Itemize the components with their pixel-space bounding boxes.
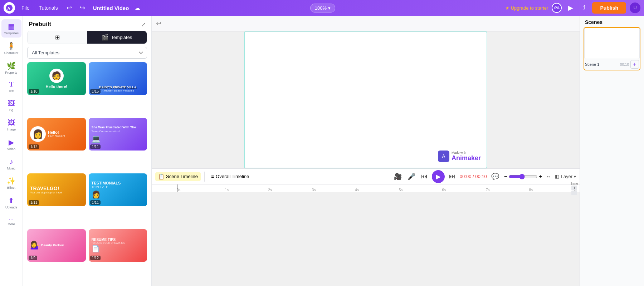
uploads-icon: ⬆ — [8, 196, 14, 205]
sidebar-item-bg[interactable]: 🖼 Bg — [1, 97, 21, 114]
template-card-7[interactable]: 💁‍♀️ Beauty Parlour 1/9 — [27, 229, 86, 262]
time-zoom-plus-btn[interactable]: + — [571, 186, 577, 190]
timeline-skip-fwd-btn[interactable]: ⏭ — [448, 172, 457, 181]
made-with-text: Made with — [452, 151, 481, 154]
effect-icon: ✨ — [7, 177, 16, 185]
character-label: Character — [4, 51, 19, 55]
video-label: Video — [7, 147, 15, 151]
timeline-expand-btn[interactable]: ↔ — [546, 173, 551, 180]
scene-thumb-1 — [584, 28, 640, 59]
ruler-mark-3: 3s — [312, 188, 317, 192]
panel-title: Prebuilt — [29, 21, 51, 28]
cloud-save-icon: ☁ — [135, 5, 140, 11]
timeline-mic-btn[interactable]: 🎤 — [406, 172, 417, 181]
zoom-control[interactable]: 100% ▾ — [310, 4, 335, 13]
template-card-3[interactable]: 👩 Hello! I am Susan! 1/12 — [27, 118, 86, 151]
add-scene-btn[interactable]: + — [630, 60, 639, 69]
template-card-1[interactable]: 🧑 Hello there! 1/10 — [27, 62, 86, 95]
canvas-viewport: A Made with Animaker ‹ — [152, 31, 580, 168]
file-menu-btn[interactable]: File — [19, 4, 33, 12]
time-right-label: Time — [570, 182, 578, 186]
timeline-cursor — [177, 184, 177, 192]
undo-btn[interactable]: ↩ — [64, 3, 74, 13]
time-zoom-minus-btn[interactable]: − — [571, 191, 577, 195]
tab-grid[interactable]: ⊞ — [28, 31, 87, 44]
sidebar-item-property[interactable]: 🌿 Property — [1, 59, 21, 77]
music-label: Music — [7, 167, 16, 171]
template-badge-8: 1/12 — [90, 256, 101, 260]
share-btn[interactable]: ⤴ — [580, 3, 589, 13]
template-badge-7: 1/9 — [29, 256, 37, 260]
template-card-2[interactable]: DAISY'S PRIVATE VILLA A Hidden Beach Par… — [89, 62, 147, 95]
scenes-panel: Scenes Scene 1 00:10 + — [580, 16, 644, 286]
scenes-header: Scenes — [580, 16, 644, 27]
tutorials-btn[interactable]: Tutorials — [36, 4, 61, 12]
ruler-inner: 0s 1s 2s 3s 4s 5s 6s 7s 8s 9s 10s — [177, 184, 580, 192]
tab-templates[interactable]: 🎬 Templates — [87, 31, 147, 44]
canvas-undo-btn[interactable]: ↩ — [156, 20, 161, 28]
panel-tabs: ⊞ 🎬 Templates — [27, 31, 147, 44]
layer-label: Layer — [561, 174, 572, 179]
overall-timeline-tab[interactable]: ≡ Overall Timeline — [208, 172, 252, 181]
sidebar-item-more[interactable]: ··· More — [1, 213, 21, 228]
panel-expand-btn[interactable]: ⤢ — [141, 21, 146, 28]
bg-icon: 🖼 — [8, 99, 15, 108]
sidebar-item-text[interactable]: T Text — [1, 78, 21, 95]
template-badge-1: 1/10 — [29, 89, 39, 94]
ruler-mark-5: 5s — [399, 188, 404, 192]
upgrade-btn[interactable]: ★ Upgrade to starter — [505, 5, 548, 11]
video-icon: ▶ — [9, 138, 14, 147]
timeline-controls: 🎥 🎤 ⏮ ▶ ⏭ 00:00 / 00:10 💬 — [392, 170, 501, 183]
timeline-layer-btn[interactable]: ◧ Layer ▾ — [555, 174, 576, 179]
scene-timeline-tab[interactable]: 📋 Scene Timeline — [155, 172, 201, 181]
sidebar-item-templates[interactable]: ▦ Templates — [1, 19, 21, 38]
text-icon: T — [9, 81, 13, 88]
zoom-plus-icon: + — [539, 173, 542, 180]
sidebar-item-effect[interactable]: ✨ Effect — [1, 174, 21, 192]
timeline-camera-btn[interactable]: 🎥 — [392, 172, 403, 181]
property-label: Property — [5, 71, 17, 75]
template-grid: 🧑 Hello there! 1/10 DAISY'S PRIVATE VILL… — [23, 62, 151, 286]
sidebar-item-uploads[interactable]: ⬆ Uploads — [1, 193, 21, 212]
app-logo: A — [4, 2, 15, 14]
redo-btn[interactable]: ↪ — [78, 3, 87, 13]
ruler-mark-4: 4s — [355, 188, 360, 192]
play-header-btn[interactable]: ▶ — [565, 3, 576, 13]
more-icon: ··· — [9, 216, 14, 222]
overall-timeline-label: Overall Timeline — [216, 174, 249, 179]
template-badge-3: 1/12 — [29, 144, 39, 149]
timeline-skip-back-btn[interactable]: ⏮ — [420, 172, 429, 181]
templates-tab-label: Templates — [111, 35, 132, 40]
scene-time-1: 00:10 — [620, 63, 629, 66]
template-filter-dropdown[interactable]: All Templates Business Education Social … — [27, 47, 147, 59]
sidebar-item-video[interactable]: ▶ Video — [1, 135, 21, 153]
timeline-cc-btn[interactable]: 💬 — [490, 172, 501, 181]
scene-card-1[interactable]: Scene 1 00:10 + — [584, 27, 640, 70]
animaker-logo-icon: A — [438, 151, 449, 162]
timeline-zoom-slider[interactable] — [509, 174, 537, 179]
templates-label: Templates — [4, 31, 19, 35]
ruler-mark-7: 7s — [486, 188, 491, 192]
image-icon: 🖼 — [8, 119, 15, 127]
music-icon: ♪ — [10, 158, 13, 166]
points-badge: 0% — [552, 3, 562, 13]
template-badge-2: 1/15 — [90, 89, 101, 94]
sidebar-item-character[interactable]: 🧍 Character — [1, 39, 21, 57]
template-card-6[interactable]: TESTIMONIALS TEMPLATE 👩 1/11 — [89, 173, 147, 206]
canvas-toolbar: ↩ — [152, 16, 580, 31]
template-card-5[interactable]: TRAVELGO! Your one-stop shop for travel … — [27, 173, 86, 206]
animaker-watermark: A Made with Animaker — [438, 151, 481, 162]
sidebar-item-music[interactable]: ♪ Music — [1, 155, 21, 173]
template-card-8[interactable]: RESUME TIPS TO LAND YOUR DREAM JOB 📄 1/1… — [89, 229, 147, 262]
sidebar-item-image[interactable]: 🖼 Image — [1, 116, 21, 134]
ruler-mark-2: 2s — [268, 188, 273, 192]
timeline-play-btn[interactable]: ▶ — [432, 170, 445, 183]
timeline-ruler: 0s 1s 2s 3s 4s 5s 6s 7s 8s 9s 10s Layer … — [152, 184, 580, 192]
template-card-4[interactable]: She Was Frustrated With The Team Communi… — [89, 118, 147, 151]
grid-tab-icon: ⊞ — [55, 34, 60, 41]
publish-btn[interactable]: Publish — [592, 2, 626, 14]
template-badge-5: 1/11 — [29, 200, 39, 205]
layer-arrow-icon: ▾ — [574, 174, 576, 179]
topbar: A File Tutorials ↩ ↪ Untitled Video ☁ 10… — [0, 0, 644, 16]
ruler-mark-6: 6s — [442, 188, 447, 192]
